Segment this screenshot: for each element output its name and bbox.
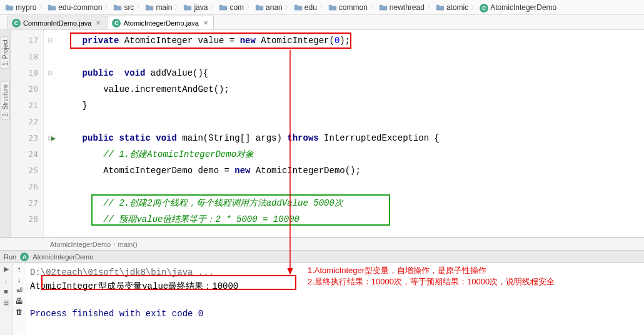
annotation-text: 1.AtomicInteger型变量，自增操作，是原子性操作 2.最终执行结果：… — [308, 265, 555, 288]
breadcrumb-item[interactable]: main — [144, 3, 173, 12]
code-line[interactable]: // 1.创建AtomicIntegerDemo对象 — [61, 146, 644, 162]
down-icon[interactable]: ↓ — [2, 276, 11, 285]
breadcrumb-item[interactable]: edu-common — [46, 3, 103, 12]
breadcrumb-item[interactable]: common — [327, 3, 369, 12]
code-line[interactable]: // 预期value值结果等于：2 * 5000 = 10000 — [61, 211, 644, 228]
code-line[interactable]: public void addValue(){ — [61, 65, 644, 81]
class-icon: C — [12, 19, 21, 28]
fold-marker[interactable] — [44, 81, 56, 98]
tool-window-tabs[interactable]: 1: Project 2: Structure — [0, 30, 11, 237]
side-tab-structure[interactable]: 2: Structure — [1, 81, 10, 120]
print-icon[interactable]: 🖶 — [16, 297, 23, 306]
folder-icon — [328, 3, 337, 12]
breadcrumb-item[interactable]: CAtomicIntegerDemo — [478, 3, 558, 12]
wrap-icon[interactable]: ⏎ — [16, 286, 23, 295]
class-icon: C — [112, 19, 121, 28]
code-line[interactable] — [61, 179, 644, 195]
breadcrumb-item[interactable]: com — [218, 3, 245, 12]
breadcrumb-item[interactable]: newthread — [378, 3, 426, 12]
side-tab-project[interactable]: 1: Project — [1, 36, 10, 69]
fold-marker[interactable]: ⊟ — [44, 32, 56, 49]
run-config-icon: A — [20, 252, 29, 261]
editor-tabs: CCommonIntDemo.java✕CAtomicIntegerDemo.j… — [0, 15, 644, 30]
fold-marker[interactable] — [44, 114, 56, 130]
breadcrumb-item[interactable]: mypro — [4, 3, 38, 12]
editor-tab[interactable]: CCommonIntDemo.java✕ — [8, 16, 106, 29]
annotation-line-2: 2.最终执行结果：10000次，等于预期结果：10000次，说明线程安全 — [308, 276, 555, 288]
line-number[interactable]: 17 — [11, 32, 38, 49]
line-number[interactable]: 26 — [11, 179, 38, 195]
code-line[interactable]: value.incrementAndGet(); — [61, 81, 644, 98]
class-icon: C — [480, 3, 488, 12]
trash-icon[interactable]: 🗑 — [16, 308, 23, 316]
line-number[interactable]: 21 — [11, 98, 38, 114]
editor-area: 1: Project 2: Structure 17181920212223▶2… — [0, 30, 644, 238]
breadcrumb-item[interactable]: java — [182, 3, 209, 12]
editor-crumb-class[interactable]: AtomicIntegerDemo — [50, 241, 111, 248]
folder-icon — [379, 3, 388, 12]
tab-label: AtomicIntegerDemo.java — [123, 19, 198, 27]
line-number[interactable]: 24 — [11, 146, 38, 162]
fold-marker[interactable] — [44, 211, 56, 228]
line-number[interactable]: 18 — [11, 49, 38, 65]
run-label: Run — [4, 253, 16, 261]
code-line[interactable]: private AtomicInteger value = new Atomic… — [61, 32, 644, 49]
close-icon[interactable]: ✕ — [94, 19, 101, 26]
line-number[interactable]: 28 — [11, 211, 38, 228]
code-line[interactable]: } — [61, 98, 644, 114]
code-line[interactable] — [61, 114, 644, 130]
down-arrow-icon[interactable]: ↓ — [18, 276, 21, 284]
breadcrumb-item[interactable]: edu — [293, 3, 318, 12]
folder-icon — [183, 3, 192, 12]
stop-icon[interactable]: ■ — [2, 288, 11, 296]
breadcrumb-item[interactable]: atomic — [435, 3, 470, 12]
line-number[interactable]: 22 — [11, 114, 38, 130]
line-number[interactable]: 20 — [11, 81, 38, 98]
close-icon[interactable]: ✕ — [201, 19, 208, 26]
code-line[interactable]: AtomicIntegerDemo demo = new AtomicInteg… — [61, 162, 644, 179]
run-header: Run A AtomicIntegerDemo — [0, 251, 644, 263]
code-line[interactable]: // 2.创建2两个线程，每个线程调用方法addValue 5000次 — [61, 195, 644, 211]
run-toolbar-secondary: ↑ ↓ ⏎ 🖶 🗑 — [13, 263, 26, 335]
breadcrumb-bar: mypro〉edu-common〉src〉main〉java〉com〉anan〉… — [0, 0, 644, 15]
line-number[interactable]: 23▶ — [11, 130, 38, 146]
line-number[interactable]: 19 — [11, 65, 38, 81]
editor-tab[interactable]: CAtomicIntegerDemo.java✕ — [108, 16, 213, 29]
editor-crumbs[interactable]: AtomicIntegerDemo › main() — [0, 238, 644, 250]
fold-marker[interactable] — [44, 179, 56, 195]
code-line[interactable] — [61, 49, 644, 65]
folder-icon — [255, 3, 264, 12]
line-number[interactable]: 27 — [11, 195, 38, 211]
fold-marker[interactable] — [44, 146, 56, 162]
fold-marker[interactable]: ⊟ — [44, 65, 56, 81]
folder-icon — [145, 3, 154, 12]
fold-marker[interactable] — [44, 98, 56, 114]
editor-crumb-method[interactable]: main() — [118, 241, 138, 248]
run-gutter-icon[interactable]: ▶ — [51, 130, 56, 146]
breadcrumb-item[interactable]: anan — [254, 3, 284, 12]
folder-icon — [436, 3, 445, 12]
folder-icon — [48, 3, 56, 12]
folder-icon — [5, 3, 14, 12]
layout-icon[interactable]: ⊞ — [2, 299, 11, 308]
up-arrow-icon[interactable]: ↑ — [18, 265, 21, 274]
line-gutter[interactable]: 17181920212223▶2425262728 — [11, 30, 44, 237]
run-panel: Run A AtomicIntegerDemo ▶ ↓ ■ ⊞ ↑ ↓ ⏎ 🖶 … — [0, 250, 644, 335]
fold-marker[interactable] — [44, 195, 56, 211]
code-line[interactable]: public static void main(String[] args) t… — [61, 130, 644, 146]
line-number[interactable]: 25 — [11, 162, 38, 179]
folder-icon — [294, 3, 303, 12]
rerun-icon[interactable]: ▶ — [2, 265, 11, 274]
annotation-line-1: 1.AtomicInteger型变量，自增操作，是原子性操作 — [308, 265, 555, 276]
run-config-name[interactable]: AtomicIntegerDemo — [33, 253, 93, 261]
tab-label: CommonIntDemo.java — [23, 19, 91, 27]
breadcrumb-item[interactable]: src — [112, 3, 135, 12]
fold-marker[interactable] — [44, 49, 56, 65]
run-toolbar-primary: ▶ ↓ ■ ⊞ — [0, 263, 13, 335]
console-exit: Process finished with exit code 0 — [30, 307, 640, 321]
code-editor[interactable]: private AtomicInteger value = new Atomic… — [56, 30, 644, 237]
fold-marker[interactable] — [44, 162, 56, 179]
folder-icon — [219, 3, 228, 12]
folder-icon — [113, 3, 122, 12]
